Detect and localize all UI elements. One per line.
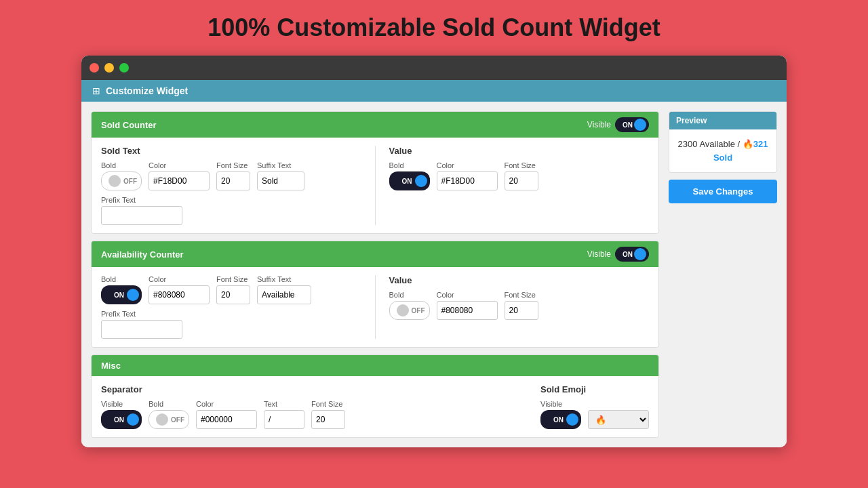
separator-visible-text: ON (114, 416, 124, 424)
availability-counter-title: Availability Counter (101, 249, 184, 260)
traffic-light-green[interactable] (119, 63, 129, 73)
page-title: 100% Customizable Sold Count Widget (208, 14, 660, 42)
sold-value-fontsize-input[interactable] (505, 171, 538, 190)
availability-fontsize-label: Font Size (216, 275, 250, 283)
sold-value-fontsize-label: Font Size (505, 161, 538, 169)
sold-text-bold-label: Bold (101, 161, 142, 169)
sold-text-bold-toggle[interactable]: OFF (101, 171, 142, 190)
sold-text-fontsize-input[interactable] (216, 171, 250, 190)
sold-text-bold-knob (108, 175, 121, 187)
sold-text-fields-row: Bold OFF Color (101, 161, 361, 190)
traffic-light-yellow[interactable] (104, 63, 114, 73)
sold-counter-toggle-text: ON (623, 121, 633, 129)
availability-value-title: Value (389, 275, 650, 285)
sold-value-color-label: Color (437, 161, 498, 169)
availability-bold-label: Bold (101, 275, 142, 283)
browser-titlebar (81, 56, 787, 80)
sold-emoji-fields-row: Visible ON 🔥 (540, 400, 649, 429)
availability-fontsize-input[interactable] (216, 285, 250, 304)
separator-visible-col: Visible ON (101, 400, 142, 429)
sold-emoji-visible-label: Visible (540, 400, 581, 408)
misc-header: Misc (92, 355, 658, 376)
sold-text-color-input[interactable] (149, 171, 210, 190)
availability-value-color-label: Color (437, 291, 498, 299)
availability-suffix-input[interactable] (257, 285, 311, 304)
separator-visible-knob (127, 413, 139, 426)
availability-prefix-input[interactable] (101, 320, 182, 339)
availability-value-bold-knob (397, 304, 409, 317)
preview-box: Preview 2300 Available / 🔥321 Sold (669, 111, 777, 173)
availability-value-fontsize-label: Font Size (505, 291, 538, 299)
sold-emoji-visible-text: ON (553, 416, 564, 424)
separator-bold-toggle[interactable]: OFF (149, 410, 189, 429)
availability-color-input[interactable] (149, 285, 210, 304)
misc-separator: Separator Visible ON (101, 384, 527, 429)
sold-col-divider (375, 146, 376, 225)
sold-emoji-select-label (588, 400, 649, 408)
separator-fontsize-input[interactable] (311, 410, 345, 429)
app-body: Sold Counter Visible ON Sold Text (81, 102, 787, 447)
sold-value-color-input[interactable] (437, 171, 498, 190)
availability-value-bold-text: OFF (412, 307, 425, 314)
sold-counter-two-col: Sold Text Bold OFF (101, 146, 649, 225)
sold-counter-body: Sold Text Bold OFF (92, 138, 658, 233)
availability-bold-text: ON (114, 291, 124, 299)
traffic-light-red[interactable] (90, 63, 99, 73)
sold-emoji-select[interactable]: 🔥 ⭐ 💥 🎉 (588, 410, 649, 429)
sold-value-bold-knob (415, 175, 427, 187)
preview-fire-emoji: 🔥 (743, 139, 753, 149)
availability-counter-section: Availability Counter Visible ON (91, 241, 659, 348)
sold-text-suffix-input[interactable] (257, 171, 304, 190)
availability-value-fontsize-input[interactable] (505, 301, 538, 320)
separator-bold-text: OFF (171, 416, 184, 424)
availability-left-col: Bold ON Color (101, 275, 361, 339)
misc-fields-row: Visible ON Bold (101, 400, 527, 429)
availability-value-color-input[interactable] (437, 301, 498, 320)
sold-text-suffix-label: Suffix Text (257, 161, 304, 169)
availability-bold-knob (127, 289, 139, 301)
sold-counter-visible-control: Visible ON (587, 117, 649, 132)
availability-value-bold-label: Bold (389, 291, 430, 299)
sold-emoji-select-col: 🔥 ⭐ 💥 🎉 (588, 400, 649, 429)
separator-text-input[interactable] (264, 410, 304, 429)
separator-visible-toggle[interactable]: ON (101, 410, 142, 429)
separator-color-input[interactable] (196, 410, 257, 429)
sold-counter-visible-toggle[interactable]: ON (615, 117, 649, 132)
sold-value-bold-toggle[interactable]: ON (389, 171, 430, 190)
separator-bold-knob (156, 413, 168, 426)
preview-body: 2300 Available / 🔥321 Sold (669, 129, 776, 172)
sold-value-col: Value Bold ON Color (389, 146, 650, 225)
availability-value-fontsize-col: Font Size (505, 291, 538, 320)
sold-counter-section: Sold Counter Visible ON Sold Text (91, 111, 659, 234)
availability-visible-toggle[interactable]: ON (615, 247, 649, 262)
availability-visible-control: Visible ON (587, 247, 649, 262)
sold-text-prefix-input[interactable] (101, 206, 182, 225)
app-header: ⊞ Customize Widget (81, 80, 787, 102)
sold-text-fontsize-col: Font Size (216, 161, 250, 190)
sold-counter-title: Sold Counter (101, 120, 157, 130)
sold-text-fontsize-label: Font Size (216, 161, 250, 169)
separator-bold-col: Bold OFF (149, 400, 189, 429)
separator-fontsize-label: Font Size (311, 400, 345, 408)
availability-value-fields-row: Bold OFF Color (389, 291, 650, 320)
sold-text-col: Sold Text Bold OFF (101, 146, 361, 225)
availability-value-bold-col: Bold OFF (389, 291, 430, 320)
sold-text-title: Sold Text (101, 146, 361, 156)
availability-two-col: Bold ON Color (101, 275, 649, 339)
sold-text-bold-col: Bold OFF (101, 161, 142, 190)
preview-available-text: 2300 Available / (678, 139, 743, 149)
availability-counter-header: Availability Counter Visible ON (92, 241, 658, 267)
availability-value-bold-toggle[interactable]: OFF (389, 301, 430, 320)
availability-value-color-col: Color (437, 291, 498, 320)
sold-value-fields-row: Bold ON Color (389, 161, 650, 190)
availability-col-divider (375, 275, 376, 339)
availability-suffix-label: Suffix Text (257, 275, 311, 283)
save-changes-button[interactable]: Save Changes (669, 180, 777, 203)
sold-emoji-visible-toggle[interactable]: ON (540, 410, 581, 429)
sold-emoji-visible-col: Visible ON (540, 400, 581, 429)
availability-bold-toggle[interactable]: ON (101, 285, 142, 304)
sold-value-bold-label: Bold (389, 161, 430, 169)
availability-bold-col: Bold ON (101, 275, 142, 304)
misc-section: Misc Separator Visible ON (91, 354, 659, 438)
separator-visible-label: Visible (101, 400, 142, 408)
